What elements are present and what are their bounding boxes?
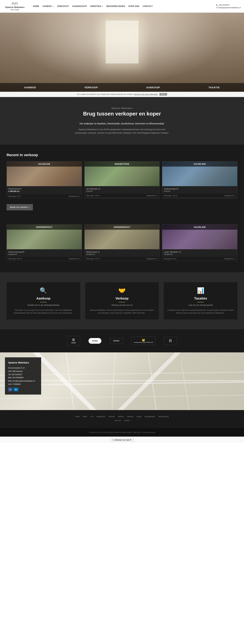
footer-nav-row-2: over ons contact [6,419,238,422]
service-description: Het kopen van een eigen huis is een span… [10,309,77,314]
property-address: Lange Vijfmatlaan 72 [164,251,236,253]
nav-aanbod[interactable]: AANBOD ▼ [41,4,55,8]
cookie-close-button[interactable]: Sluiten [159,93,167,96]
footer-link-contact[interactable]: contact [124,420,129,422]
service-description: Spaarne Makelaars heeft een jarenlange e… [88,309,156,314]
svg-line-6 [0,395,244,398]
header-phone[interactable]: 023-5344207 [216,4,230,6]
property-city: Haarlem [7,162,82,166]
property-image: Heemstede [85,162,160,186]
intro-description: Spaarne Makelaars is een NVM aangesloten… [73,128,171,135]
service-card-aankoop[interactable]: 🔍 Aankoop Schakel ons in als aankoopmake… [6,282,80,320]
property-city: AERDENHOUT [85,224,160,230]
service-divider [197,302,204,302]
partner-nvm: ⊞ NVM [67,336,80,346]
property-price: € 495.000 k.k. [8,190,80,192]
verkoop-icon: 🤝 [88,287,156,294]
property-image: Haarlem [7,162,82,186]
inwwi-label: INWWI [112,340,120,342]
svg-line-3 [112,352,115,410]
hero-link-verkoop[interactable]: VERKOOP [84,86,98,89]
property-card[interactable]: Haarlem Westenstraat 67 € 495.000 k.k. W… [6,161,82,198]
property-card[interactable]: Heemstede Jan Steenlaan 23 Verkocht Woon… [84,161,160,198]
property-info: Rijnegomlaan 21 Aangekocht [85,249,160,257]
footer-bottom-text: Powered by Goes & Roos Alle rechten voor… [89,431,155,433]
partner-vastgoedcert: 👑 vastgoedcert gecertificeerd [131,336,156,345]
intro-brand: Spaarne Makelaars [6,107,238,110]
nav-aangekocht[interactable]: AANGEKOCHT [70,4,89,8]
property-card[interactable]: HAARLEM Lange Vijfmatlaan 72 Aangekocht … [162,224,238,261]
vastgoedcert-icon: 👑 [134,338,153,342]
property-footer: Woonoppr: 212 m² Slaapkamers: 5 [162,194,237,198]
footer-link-aangekocht[interactable]: aangekocht [97,416,105,418]
hero-link-taxatie[interactable]: TAXATIE [209,86,220,89]
nav-home[interactable]: HOME [31,4,41,8]
service-subtitle: Verkoop uw huis via ons [88,304,156,306]
footer-link-nvm[interactable]: nvm [90,416,93,418]
nav-over-ons[interactable]: OVER ONS [127,4,141,8]
property-card[interactable]: AERDENHOUT Zandvoortseweg 50 Aangekocht … [6,224,82,261]
taxaties-icon: 📊 [167,287,234,294]
hero-section: AANBOD VERKOOP AANKOOP TAXATIE [0,13,244,92]
cookie-bar: Om u beter van dienst te zijn maakt deze… [0,92,244,97]
linkedin-button[interactable]: in [13,388,18,391]
footer-link-aankoop[interactable]: aankoop [127,416,133,418]
email-icon [216,6,217,8]
services-section: 🔍 Aankoop Schakel ons in als aankoopmake… [0,272,244,329]
property-address: Westenstraat 67 [8,188,80,190]
footer-link-home[interactable]: home [75,416,79,418]
svg-line-5 [181,361,189,410]
footer-link-verkoop[interactable]: verkoop [118,416,124,418]
hero-link-aanbod[interactable]: AANBOD [24,86,36,89]
property-card[interactable]: AERDENHOUT Rijnegomlaan 21 Aangekocht Wo… [84,224,160,261]
svg-line-2 [66,352,74,410]
dropdown-arrow: ▼ [52,6,54,7]
property-image: AERDENHOUT [7,224,82,249]
property-info: Zandvoortseweg 50 Aangekocht [7,249,82,257]
contact-title: Spaarne Makelaars [8,361,38,365]
property-card[interactable]: Haarlem Gasthuissingel 30 Verkocht Woono… [162,161,238,198]
property-info: Gasthuissingel 30 Verkocht [162,186,237,194]
footer-nav-row-1: home funda nvm aangekocht verkocht verko… [6,415,238,418]
phone-icon [216,4,218,6]
facebook-button[interactable]: f [8,388,12,391]
footer-link-over-ons[interactable]: over ons [115,420,121,422]
arrow-icon: › [29,206,29,209]
property-image: HAARLEM [162,224,237,249]
social-links: f in [8,388,38,391]
property-footer: Woonoppr: 84 m² Slaapkamers: 2 [162,257,237,261]
nav-contact[interactable]: CONTACT [141,4,154,8]
hero-room [0,13,244,92]
bekijk-aanbod-button[interactable]: Bekijk ons aanbod › [6,204,33,210]
footer-link-beoordelingen[interactable]: beoordelingen [145,416,155,418]
property-slaapkamers: Slaapkamers: 2 [224,258,236,260]
property-slaapkamers: Slaapkamers: 5 [146,195,158,196]
service-card-verkoop[interactable]: 🤝 Verkoop Verkoop uw huis via ons Spaarn… [85,282,159,320]
nav-diensten[interactable]: DIENSTEN ▼ [89,4,105,8]
services-grid: 🔍 Aankoop Schakel ons in als aankoopmake… [6,282,238,320]
logo-icon: ⊓⊓ [12,2,18,6]
nav-verkocht[interactable]: VERKOCHT [55,4,70,8]
property-city: HAARLEM [162,224,237,230]
cookie-link[interactable]: Klik hier voor meer informatie. [134,93,158,95]
service-description: La taxatie is een objectieve waardebepal… [167,309,234,314]
property-status: Verkocht [86,190,158,192]
footer-link-funda[interactable]: funda [83,416,87,418]
property-slaapkamers: Slaapkamers: 6 [146,258,158,260]
hero-background [0,13,244,92]
footer-link-verkocht[interactable]: verkocht [108,416,115,418]
hero-link-aankoop[interactable]: AANKOOP [146,86,160,89]
translate-label: Selecteer een taal ▼ [115,439,132,441]
service-card-taxaties[interactable]: 📊 Taxaties Laat ons uw woning taxeren La… [164,282,238,320]
nav-beoordelingen[interactable]: BEOORDELINGEN [105,4,127,8]
footer-link-taxatie[interactable]: taxatie [137,416,141,418]
property-slaapkamers: Slaapkamers: 5 [69,258,80,260]
property-woonoppervlak: Woonoppr: 227 m² [86,258,100,260]
header-email[interactable]: kim@spaaarnemakelaars.nl [216,6,241,9]
translate-button[interactable]: G Selecteer een taal ▼ [110,438,134,442]
footer-link-dienstverlening[interactable]: dienstverlenig [158,416,169,418]
partner-r: R [164,337,177,345]
cookie-text: Om u beter van dienst te zijn maakt deze… [77,93,134,95]
property-footer: Woonoppr: 227 m² Slaapkamers: 6 [85,257,160,261]
service-subtitle: Schakel ons in als aankoopmakelaar [10,304,77,306]
